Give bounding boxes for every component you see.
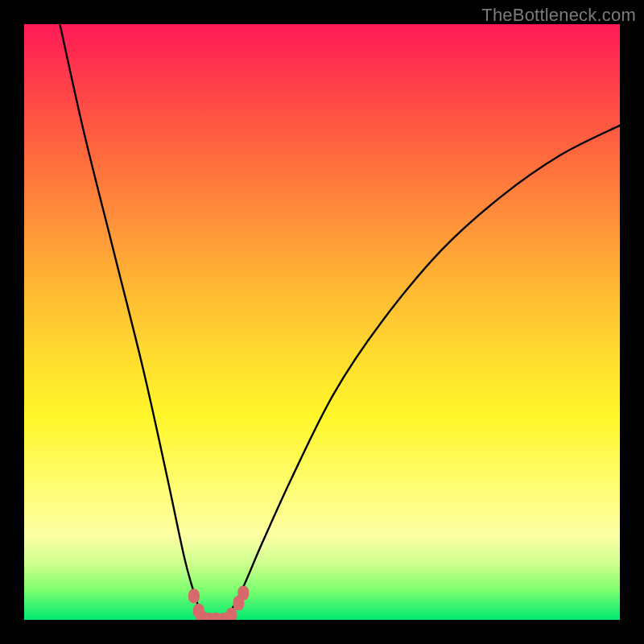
watermark-text: TheBottleneck.com <box>481 5 636 26</box>
highlight-marker <box>237 586 249 601</box>
highlight-marker <box>226 608 237 620</box>
bottleneck-curve-svg <box>24 24 620 620</box>
highlight-marker <box>188 588 200 603</box>
bottleneck-curve-path <box>60 24 620 620</box>
chart-plot-area <box>24 24 620 620</box>
